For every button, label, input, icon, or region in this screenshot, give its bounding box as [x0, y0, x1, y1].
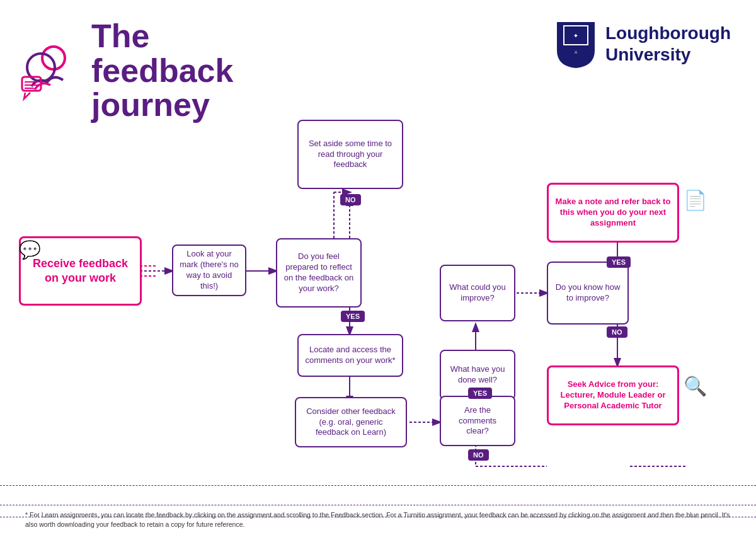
consider-other-box: Consider other feedback (e.g. oral, gene… — [295, 397, 407, 447]
svg-rect-7 — [563, 25, 564, 44]
make-a-note-box: Make a note and refer back to this when … — [547, 183, 679, 243]
svg-rect-6 — [563, 25, 588, 26]
do-you-know-improve-box: Do you know how to improve? — [547, 262, 629, 325]
yes-badge-1: YES — [341, 311, 365, 322]
magnifier-icon: 🔍 — [684, 375, 707, 397]
flowchart: Receive feedback on your work 💬 Look at … — [0, 101, 756, 498]
receive-feedback-box: Receive feedback on your work — [19, 236, 142, 306]
footer-bottom-border — [0, 517, 756, 517]
svg-rect-9 — [563, 44, 588, 45]
no-badge-1: NO — [340, 194, 361, 205]
locate-access-box: Locate and access the comments on your w… — [297, 334, 403, 377]
seek-advice-box: Seek Advice from your: Lecturer, Module … — [547, 365, 679, 425]
yes-badge-2: YES — [468, 388, 492, 399]
set-aside-time-box: Set aside some time to read through your… — [297, 120, 403, 189]
yes-badge-3: YES — [607, 256, 631, 268]
svg-rect-8 — [587, 25, 588, 44]
university-logo: ✦ ⚔ Loughborough University — [554, 19, 731, 69]
footer-text: * For Learn assignments, you can locate … — [25, 510, 731, 531]
svg-text:✦: ✦ — [573, 33, 578, 39]
what-could-improve-box: What could you improve? — [440, 265, 515, 321]
footer-top-border — [0, 485, 756, 486]
prepared-to-reflect-box: Do you feel prepared to reflect on the f… — [276, 238, 362, 308]
no-badge-3: NO — [607, 326, 627, 338]
are-comments-clear-box: Are the comments clear? — [440, 396, 515, 446]
look-at-mark-box: Look at your mark (there's no way to avo… — [172, 244, 246, 296]
svg-text:⚔: ⚔ — [574, 50, 578, 54]
document-icon: 📄 — [684, 189, 707, 211]
footer: * For Learn assignments, you can locate … — [0, 505, 756, 536]
university-shield: ✦ ⚔ — [554, 19, 598, 69]
no-badge-2: NO — [468, 449, 489, 461]
people-icon — [19, 39, 82, 102]
university-name: Loughborough University — [605, 23, 731, 65]
